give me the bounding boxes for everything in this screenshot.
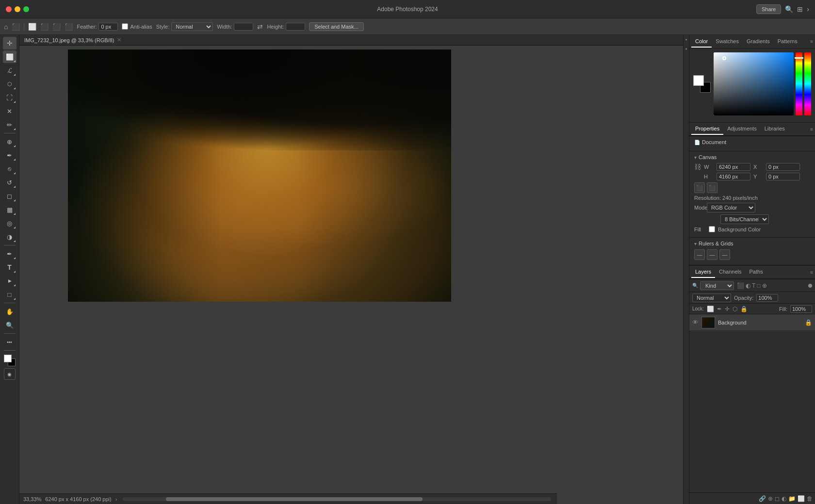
history-tool[interactable]: ↺	[3, 176, 16, 189]
canvas-container[interactable]	[68, 49, 451, 302]
tab-paths[interactable]: Paths	[746, 266, 767, 278]
eyedropper-tool[interactable]: ✏	[3, 118, 16, 131]
new-group-icon[interactable]: 📁	[788, 495, 796, 502]
canvas-y-input[interactable]	[766, 173, 800, 180]
filter-adj-icon[interactable]: ◐	[746, 282, 750, 289]
bits-select[interactable]: 8 Bits/Channel 16 Bits/Channel 32 Bits/C…	[720, 214, 769, 224]
add-mask-icon[interactable]: ◻	[775, 495, 780, 502]
add-style-icon[interactable]: ⊕	[768, 495, 773, 502]
delete-layer-icon[interactable]: 🗑	[807, 495, 813, 502]
filter-pixel-icon[interactable]: ⬛	[737, 282, 744, 289]
tab-color[interactable]: Color	[691, 36, 712, 48]
object-select-tool[interactable]: ⬡	[3, 78, 16, 90]
share-button[interactable]: Share	[756, 4, 781, 14]
canvas-x-input[interactable]	[766, 163, 800, 171]
tab-libraries[interactable]: Libraries	[761, 123, 789, 135]
canvas-height-input[interactable]	[717, 173, 750, 180]
height-input[interactable]	[286, 23, 305, 31]
tab-properties[interactable]: Properties	[691, 123, 723, 135]
layers-panel-menu[interactable]: ≡	[810, 270, 813, 275]
brush-tool[interactable]: ✒	[3, 149, 16, 162]
opacity-input[interactable]	[756, 294, 778, 302]
saturation-bar[interactable]	[804, 52, 811, 115]
width-input[interactable]	[234, 23, 253, 31]
maximize-button[interactable]	[23, 6, 29, 12]
lock-transparent-icon[interactable]: ⬜	[707, 306, 714, 312]
pen-tool[interactable]: ✒	[3, 247, 16, 260]
new-layer-icon[interactable]: ⬜	[798, 495, 805, 502]
frame-tool[interactable]: ✕	[3, 105, 16, 117]
link-layers-icon[interactable]: 🔗	[759, 495, 766, 502]
more-tools[interactable]: •••	[3, 336, 16, 348]
feather-input[interactable]	[98, 23, 118, 31]
tab-adjustments[interactable]: Adjustments	[723, 123, 761, 135]
filter-type-icon[interactable]: T	[752, 282, 755, 289]
filter-shape-icon[interactable]: □	[757, 282, 760, 289]
clone-tool[interactable]: ⎋	[3, 163, 16, 175]
path-select-tool[interactable]: ▸	[3, 275, 16, 287]
layer-visibility-icon[interactable]: 👁	[692, 319, 699, 326]
ruler-btn-3[interactable]: —	[719, 249, 730, 260]
fill-layer-input[interactable]	[790, 305, 812, 313]
color-spectrum-main[interactable]	[714, 52, 794, 115]
marquee-col-option[interactable]: ⬛	[52, 23, 61, 31]
workspace-icon[interactable]: ⊞	[797, 5, 803, 13]
eraser-tool[interactable]: ◻	[3, 190, 16, 202]
marquee-row-option[interactable]: ⬛	[40, 23, 49, 31]
more-icon[interactable]: ›	[807, 5, 809, 13]
lock-pixels-icon[interactable]: ✒	[717, 306, 722, 312]
horizontal-scrollbar[interactable]	[123, 497, 551, 501]
crop-tool[interactable]: ⛶	[3, 91, 16, 104]
tab-gradients[interactable]: Gradients	[743, 36, 774, 48]
layers-filter-toggle[interactable]	[808, 284, 812, 288]
filter-smart-icon[interactable]: ⊕	[762, 282, 767, 289]
lock-artboard-icon[interactable]: ⬡	[733, 306, 737, 312]
mode-select[interactable]: RGB Color CMYK Color Grayscale	[707, 203, 755, 212]
select-mask-button[interactable]: Select and Mask...	[309, 22, 364, 31]
zoom-tool[interactable]: 🔍	[3, 319, 16, 331]
hand-tool[interactable]: ✋	[3, 305, 16, 318]
blur-tool[interactable]: ◎	[3, 217, 16, 229]
image-btn-2[interactable]: ⬛	[707, 182, 717, 193]
tool-options-icon[interactable]: ⬛	[12, 23, 20, 31]
tab-swatches[interactable]: Swatches	[712, 36, 743, 48]
ruler-btn-1[interactable]: —	[694, 249, 705, 260]
info-arrow[interactable]: ›	[115, 496, 117, 502]
close-button[interactable]	[6, 6, 12, 12]
panel-toggle-color[interactable]: ▪	[685, 37, 687, 42]
fill-checkbox[interactable]	[709, 226, 715, 232]
new-fill-icon[interactable]: ◐	[782, 495, 786, 502]
search-icon[interactable]: 🔍	[785, 5, 793, 13]
swap-icon[interactable]: ⇄	[257, 23, 263, 31]
marquee-other-option[interactable]: ⬛	[65, 23, 73, 31]
minimize-button[interactable]	[15, 6, 20, 12]
style-select[interactable]: Normal Fixed Ratio Fixed Size	[171, 22, 213, 31]
dodge-tool[interactable]: ◑	[3, 230, 16, 243]
fg-swatch[interactable]	[693, 75, 704, 86]
move-tool[interactable]: ✛	[3, 37, 16, 49]
ruler-btn-2[interactable]: —	[707, 249, 717, 260]
hue-bar[interactable]	[796, 52, 802, 115]
lock-position-icon[interactable]: ✛	[725, 306, 730, 312]
fg-color-swatch[interactable]	[4, 355, 12, 362]
gradient-tool[interactable]: ▦	[3, 203, 16, 216]
blend-mode-select[interactable]: Normal Multiply Screen	[692, 293, 731, 302]
lasso-tool[interactable]: ℒ	[3, 64, 16, 77]
shape-tool[interactable]: □	[3, 288, 16, 301]
tab-channels[interactable]: Channels	[715, 266, 745, 278]
tab-patterns[interactable]: Patterns	[774, 36, 801, 48]
anti-alias-checkbox[interactable]	[122, 23, 128, 30]
quick-mask-tool[interactable]: ◉	[4, 368, 16, 380]
color-panel-menu[interactable]: ≡	[810, 39, 813, 44]
type-tool[interactable]: T	[3, 261, 16, 274]
healing-tool[interactable]: ⊕	[3, 135, 16, 148]
marquee-rect-option[interactable]: ⬜	[28, 23, 36, 31]
marquee-rect-tool[interactable]: ⬜	[3, 50, 16, 63]
tab-layers[interactable]: Layers	[691, 266, 715, 278]
home-icon[interactable]: ⌂	[4, 23, 8, 31]
layers-kind-select[interactable]: Kind	[700, 281, 734, 290]
lock-all-icon[interactable]: 🔒	[740, 306, 748, 312]
image-btn-1[interactable]: ⬛	[694, 182, 705, 193]
panel-toggle-props[interactable]: ▪	[685, 46, 687, 51]
layer-background[interactable]: 👁 Background 🔒	[689, 314, 815, 331]
